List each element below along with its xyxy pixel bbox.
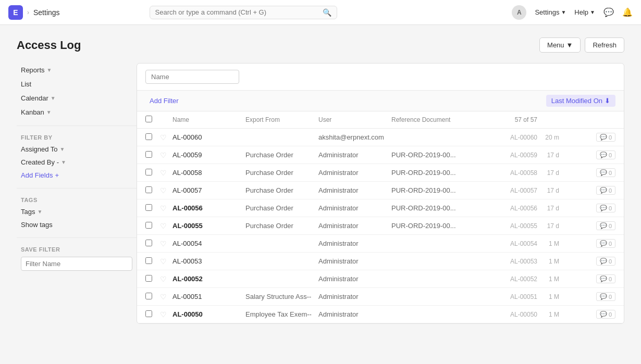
row-checkbox-cell	[145, 275, 160, 283]
settings-nav-link[interactable]: Settings ▼	[535, 8, 566, 16]
row-time: 1 M	[537, 275, 563, 283]
row-name[interactable]: AL-00056	[172, 204, 245, 212]
last-modified-button[interactable]: Last Modified On ⬇	[546, 95, 615, 107]
row-export-from: Purchase Order	[245, 204, 318, 212]
settings-caret: ▼	[561, 9, 566, 15]
table-row[interactable]: ♡ AL-00052 Administrator AL-00052 1 M 💬 …	[137, 270, 624, 288]
sidebar-filter-assigned-to[interactable]: Assigned To ▼	[17, 143, 137, 156]
row-name[interactable]: AL-00055	[172, 222, 245, 230]
search-input[interactable]	[155, 8, 323, 16]
row-favorite[interactable]: ♡	[160, 257, 172, 266]
sidebar-item-kanban[interactable]: Kanban ▼	[17, 105, 137, 119]
sidebar-item-list[interactable]: List	[17, 77, 137, 91]
table-row[interactable]: ♡ AL-00057 Purchase Order Administrator …	[137, 182, 624, 199]
table-row[interactable]: ♡ AL-00056 Purchase Order Administrator …	[137, 199, 624, 217]
select-all-checkbox[interactable]	[145, 116, 152, 122]
add-fields-button[interactable]: Add Fields +	[17, 169, 137, 182]
sidebar-tags-dropdown[interactable]: Tags ▼	[17, 205, 137, 218]
count-badge: 💬 0	[596, 274, 615, 283]
row-user: Administrator	[318, 240, 391, 247]
row-favorite[interactable]: ♡	[160, 293, 172, 301]
sidebar-divider-1	[17, 125, 137, 126]
row-reference: PUR-ORD-2019-00...	[391, 186, 483, 194]
row-checkbox[interactable]	[145, 133, 152, 140]
table-row[interactable]: ♡ AL-00050 Employee Tax Exem-- Administr…	[137, 306, 624, 323]
name-filter-input[interactable]	[145, 70, 239, 84]
refresh-button[interactable]: Refresh	[585, 37, 624, 53]
row-checkbox[interactable]	[145, 257, 152, 264]
row-name[interactable]: AL-00051	[172, 293, 245, 300]
table-row[interactable]: ♡ AL-00051 Salary Structure Ass-- Admini…	[137, 288, 624, 306]
count-value: 0	[609, 205, 612, 211]
row-name[interactable]: AL-00057	[172, 186, 245, 194]
add-filter-button[interactable]: Add Filter	[145, 95, 183, 107]
row-ref-id: AL-00060	[483, 134, 537, 141]
heart-icon: ♡	[160, 310, 167, 319]
sidebar-nav-section: Reports ▼ List Calendar ▼ Kanban ▼	[17, 63, 137, 119]
row-favorite[interactable]: ♡	[160, 204, 172, 212]
sidebar-item-reports[interactable]: Reports ▼	[17, 63, 137, 77]
row-checkbox[interactable]	[145, 204, 152, 211]
navbar-right: A Settings ▼ Help ▼ 💬 🔔	[512, 5, 633, 20]
row-name[interactable]: AL-00053	[172, 257, 245, 265]
page-header: Access Log Menu ▼ Refresh	[17, 37, 624, 53]
save-filter-label: Save Filter	[17, 244, 137, 255]
row-checkbox[interactable]	[145, 186, 152, 193]
table-row[interactable]: ♡ AL-00055 Purchase Order Administrator …	[137, 217, 624, 235]
table-row[interactable]: ♡ AL-00053 Administrator AL-00053 1 M 💬 …	[137, 253, 624, 270]
sidebar-item-calendar[interactable]: Calendar ▼	[17, 91, 137, 105]
row-checkbox[interactable]	[145, 310, 152, 317]
row-favorite[interactable]: ♡	[160, 222, 172, 230]
row-count: 💬 0	[563, 257, 615, 266]
menu-caret-icon: ▼	[566, 41, 573, 49]
table-row[interactable]: ♡ AL-00060 akshita@erpnext.com AL-00060 …	[137, 129, 624, 146]
sidebar-filter-created-by[interactable]: Created By - ▼	[17, 156, 137, 169]
row-checkbox[interactable]	[145, 240, 152, 246]
sidebar: Reports ▼ List Calendar ▼ Kanban ▼ Filte…	[17, 63, 137, 324]
row-name[interactable]: AL-00060	[172, 133, 245, 141]
table-row[interactable]: ♡ AL-00054 Administrator AL-00054 1 M 💬 …	[137, 235, 624, 253]
row-time: 1 M	[537, 311, 563, 318]
menu-button[interactable]: Menu ▼	[539, 37, 581, 53]
help-caret: ▼	[590, 9, 595, 15]
heart-icon: ♡	[160, 133, 167, 142]
row-checkbox[interactable]	[145, 151, 152, 158]
row-name[interactable]: AL-00052	[172, 275, 245, 283]
row-count: 💬 0	[563, 292, 615, 301]
breadcrumb-settings[interactable]: Settings	[33, 8, 60, 17]
help-nav-link[interactable]: Help ▼	[574, 8, 595, 16]
row-checkbox[interactable]	[145, 222, 152, 229]
row-favorite[interactable]: ♡	[160, 186, 172, 195]
row-favorite[interactable]: ♡	[160, 169, 172, 177]
row-time: 20 m	[537, 134, 563, 141]
count-value: 0	[609, 276, 612, 282]
header-reference: Reference Document	[391, 116, 483, 123]
count-value: 0	[609, 134, 612, 141]
row-checkbox[interactable]	[145, 169, 152, 175]
row-name[interactable]: AL-00054	[172, 240, 245, 247]
page-wrapper: Access Log Menu ▼ Refresh Reports ▼ List…	[0, 25, 641, 336]
count-badge: 💬 0	[596, 221, 615, 230]
table-row[interactable]: ♡ AL-00059 Purchase Order Administrator …	[137, 146, 624, 164]
notifications-icon[interactable]: 💬	[603, 7, 614, 17]
row-favorite[interactable]: ♡	[160, 151, 172, 159]
filter-name-input[interactable]	[21, 257, 132, 271]
row-name[interactable]: AL-00050	[172, 310, 245, 318]
row-favorite[interactable]: ♡	[160, 133, 172, 142]
row-ref-id: AL-00055	[483, 222, 537, 230]
row-name[interactable]: AL-00059	[172, 151, 245, 159]
row-name[interactable]: AL-00058	[172, 169, 245, 177]
row-checkbox[interactable]	[145, 293, 152, 299]
table-row[interactable]: ♡ AL-00058 Purchase Order Administrator …	[137, 164, 624, 182]
page-title: Access Log	[17, 39, 81, 52]
row-checkbox[interactable]	[145, 275, 152, 282]
table-header: Name Export From User Reference Document…	[137, 111, 624, 129]
row-favorite[interactable]: ♡	[160, 310, 172, 319]
row-favorite[interactable]: ♡	[160, 275, 172, 283]
bell-icon[interactable]: 🔔	[622, 7, 633, 17]
row-favorite[interactable]: ♡	[160, 240, 172, 248]
comment-icon: 💬	[600, 240, 607, 247]
row-count: 💬 0	[563, 186, 615, 195]
global-search[interactable]: 🔍	[150, 6, 337, 19]
show-tags-button[interactable]: Show tags	[17, 218, 137, 231]
